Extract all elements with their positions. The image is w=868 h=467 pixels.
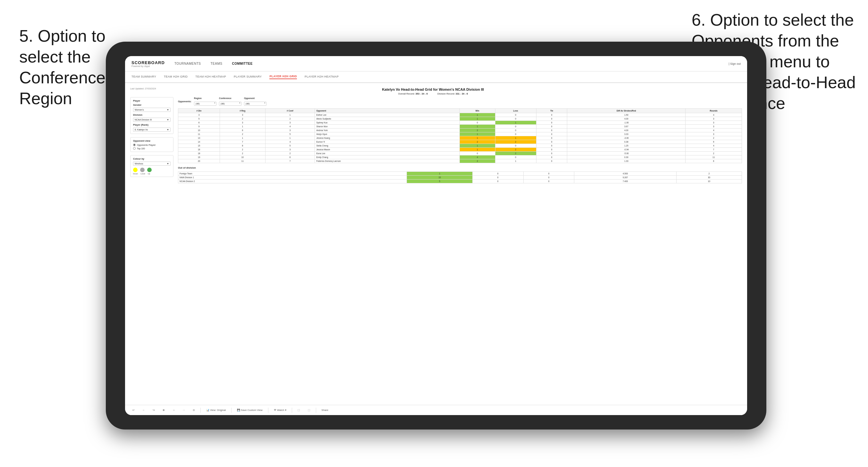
cell-diff: 4.00 <box>567 117 686 121</box>
toolbar-share[interactable]: Share <box>319 408 331 412</box>
filter-opponent-select[interactable]: (All) <box>244 102 267 106</box>
subnav-player-h2h-grid[interactable]: PLAYER H2H GRID <box>269 75 297 79</box>
tablet-device: SCOREBOARD Powered by clippd TOURNAMENTS… <box>106 42 766 430</box>
cell-diff: 1.50 <box>567 113 686 117</box>
filter-region-group: Region (All) <box>194 97 216 106</box>
last-updated: Last Updated: 27/03/2024 <box>130 88 156 90</box>
cell-opponent: Sharon Mun <box>315 125 460 128</box>
cell-opponent: Andrea York <box>315 128 460 132</box>
ood-tie: 0 <box>523 172 574 176</box>
radio-top100[interactable]: Top 100 <box>133 147 170 150</box>
cell-rounds: 6 <box>686 159 742 163</box>
colour-by-value[interactable]: Win/loss▼ <box>133 161 170 166</box>
toolbar-fit[interactable]: ↔ <box>170 408 177 412</box>
table-row: 10 6 3 Andrea York 2 0 0 4.00 4 <box>178 128 742 132</box>
toolbar-redo[interactable]: ↪ <box>150 408 157 412</box>
table-row: 9 1 4 Sharon Mun 1 0 0 3.67 3 <box>178 125 742 128</box>
cell-opponent: Sydney Kuo <box>315 121 460 125</box>
subnav-team-h2h-grid[interactable]: TEAM H2H GRID <box>164 75 188 79</box>
toolbar-refresh[interactable]: ⊙ <box>190 408 197 412</box>
gender-value[interactable]: Women's▼ <box>133 108 170 112</box>
cell-loss: 1 <box>495 159 536 163</box>
records-row: Overall Record: 353 - 34 - 6 Division Re… <box>382 92 484 95</box>
cell-opponent: Eunice Yi <box>315 140 460 144</box>
left-sidebar: Player Gender Women's▼ Division NCAA Div… <box>130 97 174 402</box>
cell-reg: 2 <box>220 148 265 152</box>
cell-tie: 0 <box>536 140 567 144</box>
radio-opponents-played[interactable]: Opponents Played <box>133 144 170 146</box>
cell-conf: 5 <box>265 132 315 136</box>
subnav-player-summary[interactable]: PLAYER SUMMARY <box>234 75 262 79</box>
ood-tie: 0 <box>523 176 574 180</box>
nav-committee[interactable]: COMMITTEE <box>232 62 253 65</box>
ood-name: Foreign Team <box>178 172 407 176</box>
cell-reg: 1 <box>220 136 265 140</box>
sidebar-colour-by: Colour by Win/loss▼ Down Level Up <box>130 155 174 177</box>
cell-opponent: Stella Cheng <box>315 144 460 148</box>
toolbar-save-custom[interactable]: 💾 Save Custom View <box>235 408 265 412</box>
cell-diff: -0.94 <box>567 148 686 152</box>
toolbar-add[interactable]: ⊕ <box>160 408 167 412</box>
subnav-team-summary[interactable]: TEAM SUMMARY <box>131 75 156 79</box>
cell-div: 18 <box>178 152 220 155</box>
cell-reg: 3 <box>220 121 265 125</box>
cell-loss: 1 <box>495 121 536 125</box>
table-row: 14 7 4 Eunice Yi 2 2 0 0.38 9 <box>178 140 742 144</box>
cell-loss: 0 <box>495 113 536 117</box>
cell-rounds: 2 <box>686 136 742 140</box>
cell-opponent: Heejo Hyun <box>315 132 460 136</box>
cell-div: 20 <box>178 159 220 163</box>
bottom-toolbar: ↩ ← ↪ ⊕ ↔ ··· ⊙ 📊 View: Original 💾 Save … <box>125 405 747 415</box>
colour-up <box>147 168 152 172</box>
filter-region-select[interactable]: (All) <box>194 102 216 106</box>
toolbar-divider-1 <box>200 408 201 413</box>
table-row: 19 10 6 Emily Chang 4 0 0 0.30 11 <box>178 155 742 159</box>
toolbar-view-original[interactable]: 📊 View: Original <box>204 408 228 412</box>
toolbar-back[interactable]: ← <box>140 408 147 412</box>
toolbar-icon1[interactable]: ⬚ <box>295 408 302 412</box>
toolbar-more1[interactable]: ··· <box>181 408 187 412</box>
filter-opponent-group: Opponent (All) <box>244 97 267 106</box>
filter-conference-label: Conference <box>219 97 242 99</box>
cell-div: 11 <box>178 132 220 136</box>
report-header: Last Updated: 27/03/2024 Katelyn Vo Head… <box>130 88 742 95</box>
toolbar-watch[interactable]: 👁 Watch ▾ <box>272 408 288 412</box>
nav-teams[interactable]: TEAMS <box>210 62 222 65</box>
cell-loss: 2 <box>495 140 536 144</box>
sign-out[interactable]: | Sign out <box>728 62 741 65</box>
toolbar-undo[interactable]: ↩ <box>130 408 137 412</box>
cell-opponent: Federica Domecq Lacroze <box>315 159 460 163</box>
cell-rounds: 3 <box>686 132 742 136</box>
cell-diff: 3.67 <box>567 125 686 128</box>
cell-tie: 0 <box>536 148 567 152</box>
division-value[interactable]: NCAA Division III▼ <box>133 118 170 122</box>
subnav-team-h2h-heatmap[interactable]: TEAM H2H HEATMAP <box>195 75 226 79</box>
cell-reg: 8 <box>220 144 265 148</box>
cell-win: 1 <box>460 117 495 121</box>
th-reg: # Reg <box>220 108 265 113</box>
th-opponent: Opponent <box>315 108 460 113</box>
player-rank-value[interactable]: 8. Katelyn Vo▼ <box>133 128 170 132</box>
cell-tie: 0 <box>536 144 567 148</box>
nav-tournaments[interactable]: TOURNAMENTS <box>175 62 201 65</box>
cell-diff: -5.00 <box>567 152 686 155</box>
colour-labels: Down Level Up <box>133 173 170 175</box>
cell-loss: 0 <box>495 132 536 136</box>
sidebar-player-section: Player Gender Women's▼ Division NCAA Div… <box>130 97 174 134</box>
cell-opponent: Esther Lee <box>315 113 460 117</box>
filter-conference-select[interactable]: (All) <box>219 102 242 106</box>
th-diff: Diff Av Strokes/Rnd <box>567 108 686 113</box>
division-record: Division Record: 331 - 34 - 6 <box>437 92 468 95</box>
logo-text: SCOREBOARD <box>131 60 165 65</box>
table-row: 6 3 3 Sydney Kuo 0 1 0 -1.00 3 <box>178 121 742 125</box>
colour-down <box>133 168 137 172</box>
cell-reg: 11 <box>220 159 265 163</box>
up-label: Up <box>148 173 150 175</box>
cell-conf: 6 <box>265 155 315 159</box>
cell-conf: 4 <box>265 140 315 144</box>
cell-div: 16 <box>178 148 220 152</box>
toolbar-icon2[interactable]: ⬚ <box>306 408 313 412</box>
cell-win: 2 <box>460 128 495 132</box>
ood-win: 15 <box>407 176 472 180</box>
subnav-player-h2h-heatmap[interactable]: PLAYER H2H HEATMAP <box>305 75 339 79</box>
